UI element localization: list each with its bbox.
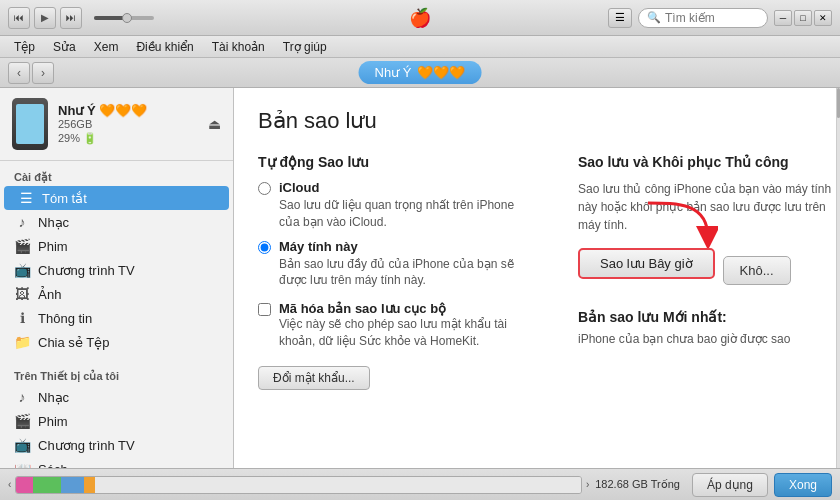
maximize-button[interactable]: □ (794, 10, 812, 26)
sidebar-item-chiasetep[interactable]: 📁 Chia sẻ Tệp (0, 330, 233, 354)
sidebar-section-device: Trên Thiết bị của tôi ♪ Nhạc 🎬 Phim 📺 Ch… (0, 360, 233, 468)
sidebar-item-phim-label: Phim (38, 239, 68, 254)
backup-now-button[interactable]: Sao lưu Bây giờ (578, 248, 715, 279)
device-details: Như Ý 🧡🧡🧡 256GB 29% 🔋 (58, 103, 198, 145)
battery-bar: 29% 🔋 (58, 132, 97, 145)
latest-backup-section: Bản sao lưu Mới nhất: iPhone của bạn chư… (578, 309, 836, 348)
sidebar-device-tv[interactable]: 📺 Chương trình TV (0, 433, 233, 457)
sidebar-device-phim[interactable]: 🎬 Phim (0, 409, 233, 433)
encrypt-desc: Việc này sẽ cho phép sao lưu mật khẩu tà… (279, 316, 538, 350)
back-button[interactable]: ‹ (8, 62, 30, 84)
storage-bar (15, 476, 582, 494)
sidebar-device-nhac[interactable]: ♪ Nhạc (0, 385, 233, 409)
backup-right: Sao lưu và Khôi phục Thủ công Sao lưu th… (578, 154, 836, 390)
nav-bar: ‹ › Như Ý 🧡🧡🧡 (0, 58, 840, 88)
icloud-option: iCloud Sao lưu dữ liệu quan trọng nhất t… (258, 180, 538, 231)
section-title-settings: Cài đặt (0, 167, 233, 186)
main-layout: Như Ý 🧡🧡🧡 256GB 29% 🔋 ⏏ Cài đặt ☰ Tóm tắ… (0, 88, 840, 468)
device-name: Như Ý 🧡🧡🧡 (58, 103, 198, 118)
menu-help[interactable]: Trợ giúp (275, 38, 335, 56)
sidebar-item-tomtat[interactable]: ☰ Tóm tắt (4, 186, 229, 210)
sidebar-device-nhac-label: Nhạc (38, 390, 69, 405)
device-nhac-icon: ♪ (14, 389, 30, 405)
menu-view[interactable]: Xem (86, 38, 127, 56)
seg-pink (16, 477, 33, 493)
device-storage-label: 256GB (58, 118, 198, 130)
sidebar-device-sach[interactable]: 📖 Sách (0, 457, 233, 468)
latest-backup-text: iPhone của bạn chưa bao giờ được sao (578, 331, 836, 348)
sidebar-item-tv-label: Chương trình TV (38, 263, 135, 278)
icloud-label: iCloud (279, 180, 538, 195)
change-password-button[interactable]: Đổi mật khẩu... (258, 366, 370, 390)
tomtat-icon: ☰ (18, 190, 34, 206)
backup-options: iCloud Sao lưu dữ liệu quan trọng nhất t… (258, 180, 538, 289)
rewind-button[interactable]: ⏮ (8, 7, 30, 29)
apply-button[interactable]: Áp dụng (692, 473, 768, 497)
play-button[interactable]: ▶ (34, 7, 56, 29)
sidebar-device-sach-label: Sách (38, 462, 68, 469)
red-arrow-indicator (638, 198, 718, 248)
forward-button[interactable]: › (32, 62, 54, 84)
computer-radio[interactable] (258, 241, 271, 254)
seg-green (33, 477, 61, 493)
seg-blue (61, 477, 84, 493)
device-emojis-label: 🧡🧡🧡 (417, 65, 465, 80)
search-input[interactable] (665, 11, 759, 25)
bottom-bar: ‹ › 182.68 GB Trống Áp dụng Xong (0, 468, 840, 500)
computer-option: Máy tính này Bản sao lưu đầy đủ của iPho… (258, 239, 538, 290)
close-button[interactable]: ✕ (814, 10, 832, 26)
device-name-label: Như Ý (375, 65, 412, 80)
sidebar-item-anh[interactable]: 🖼 Ảnh (0, 282, 233, 306)
menu-account[interactable]: Tài khoản (204, 38, 273, 56)
backup-buttons-row: Sao lưu Bây giờ Khô... (578, 248, 791, 293)
done-button[interactable]: Xong (774, 473, 832, 497)
volume-slider[interactable] (94, 16, 154, 20)
backup-now-container: Sao lưu Bây giờ Khô... (578, 248, 791, 293)
sidebar: Như Ý 🧡🧡🧡 256GB 29% 🔋 ⏏ Cài đặt ☰ Tóm tắ… (0, 88, 234, 468)
menu-file[interactable]: Tệp (6, 38, 43, 56)
info-icon: ℹ (14, 310, 30, 326)
eject-button[interactable]: ⏏ (208, 116, 221, 132)
icloud-desc: Sao lưu dữ liệu quan trọng nhất trên iPh… (279, 197, 538, 231)
scroll-left-arrow[interactable]: ‹ (8, 479, 11, 490)
search-box[interactable]: 🔍 (638, 8, 768, 28)
sidebar-item-thongtin[interactable]: ℹ Thông tin (0, 306, 233, 330)
latest-backup-title: Bản sao lưu Mới nhất: (578, 309, 836, 325)
device-pill[interactable]: Như Ý 🧡🧡🧡 (359, 61, 482, 84)
backup-section: Tự động Sao lưu iCloud Sao lưu dữ liệu q… (258, 154, 812, 390)
computer-label: Máy tính này (279, 239, 538, 254)
sidebar-device-tv-label: Chương trình TV (38, 438, 135, 453)
device-icon (12, 98, 48, 150)
list-view-button[interactable]: ☰ (608, 8, 632, 28)
menu-controls[interactable]: Điều khiển (128, 38, 201, 56)
nhac-icon: ♪ (14, 214, 30, 230)
device-header: Như Ý 🧡🧡🧡 (359, 61, 482, 84)
sidebar-item-chiasetep-label: Chia sẻ Tệp (38, 335, 109, 350)
sidebar-item-phim[interactable]: 🎬 Phim (0, 234, 233, 258)
sidebar-item-nhac[interactable]: ♪ Nhạc (0, 210, 233, 234)
minimize-button[interactable]: ─ (774, 10, 792, 26)
scrollbar[interactable] (836, 88, 840, 468)
window-controls: ─ □ ✕ (774, 10, 832, 26)
menu-edit[interactable]: Sửa (45, 38, 84, 56)
icloud-content: iCloud Sao lưu dữ liệu quan trọng nhất t… (279, 180, 538, 231)
section-title-device: Trên Thiết bị của tôi (0, 366, 233, 385)
storage-label: 182.68 GB Trống (595, 478, 680, 491)
sidebar-section-settings: Cài đặt ☰ Tóm tắt ♪ Nhạc 🎬 Phim 📺 Chương… (0, 161, 233, 360)
sidebar-item-tomtat-label: Tóm tắt (42, 191, 87, 206)
playback-controls: ⏮ ▶ ⏭ (8, 7, 154, 29)
content-title: Bản sao lưu (258, 108, 812, 134)
sidebar-device-phim-label: Phim (38, 414, 68, 429)
restore-button[interactable]: Khô... (723, 256, 791, 285)
sidebar-item-chuongtrinhtv[interactable]: 📺 Chương trình TV (0, 258, 233, 282)
scroll-right-arrow[interactable]: › (586, 479, 589, 490)
share-icon: 📁 (14, 334, 30, 350)
auto-backup-heading: Tự động Sao lưu (258, 154, 538, 170)
icloud-radio[interactable] (258, 182, 271, 195)
encrypt-content: Mã hóa bản sao lưu cục bộ Việc này sẽ ch… (279, 301, 538, 350)
encrypt-checkbox[interactable] (258, 303, 271, 316)
menu-bar: Tệp Sửa Xem Điều khiển Tài khoản Trợ giú… (0, 36, 840, 58)
fast-forward-button[interactable]: ⏭ (60, 7, 82, 29)
title-bar: ⏮ ▶ ⏭ 🍎 ☰ 🔍 ─ □ ✕ (0, 0, 840, 36)
device-sach-icon: 📖 (14, 461, 30, 468)
